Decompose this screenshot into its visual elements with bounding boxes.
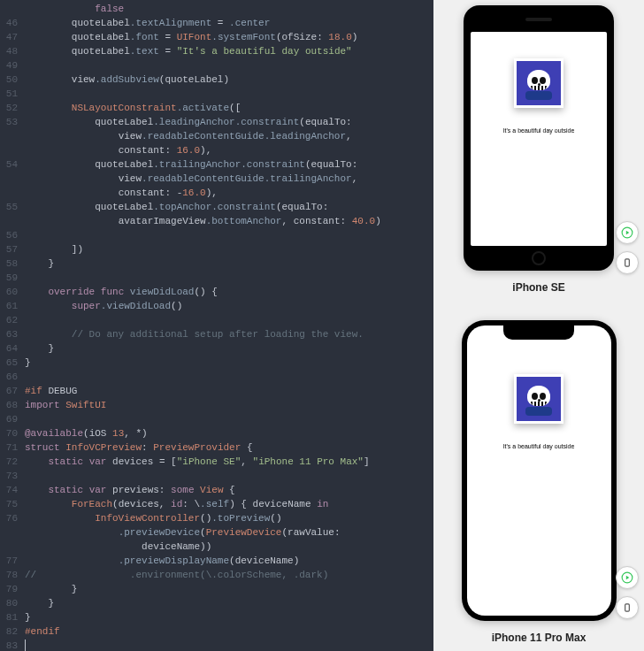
code-line[interactable]: 48 quoteLabel.text = "It's a beautiful d… [0,44,433,58]
code-line[interactable]: 52 NSLayoutConstraint.activate([ [0,101,433,115]
code-text[interactable]: // .environment(\.colorScheme, .dark) [25,568,433,582]
code-line[interactable]: 63 // Do any additional setup after load… [0,327,433,341]
code-text[interactable]: static var devices = ["iPhone SE", "iPho… [25,455,433,469]
code-text[interactable]: quoteLabel.trailingAnchor.constraint(equ… [25,157,433,172]
code-line[interactable]: 55 quoteLabel.topAnchor.constraint(equal… [0,200,433,214]
code-line[interactable]: 71struct InfoVCPreview: PreviewProvider … [0,440,433,455]
code-text[interactable]: quoteLabel.textAlignment = .center [25,16,433,30]
code-text[interactable] [25,228,433,242]
line-number: 76 [0,511,25,525]
code-line[interactable]: 49 [0,58,433,73]
code-text[interactable]: view.readableContentGuide.leadingAnchor, [25,129,433,143]
code-line[interactable]: 61 super.viewDidLoad() [0,299,433,313]
code-line[interactable]: 74 static var previews: some View { [0,483,433,497]
code-line[interactable]: 57 ]) [0,242,433,257]
code-text[interactable]: .previewDisplayName(deviceName) [25,554,433,568]
code-line[interactable]: 47 quoteLabel.font = UIFont.systemFont(o… [0,30,433,44]
code-line[interactable]: view.readableContentGuide.leadingAnchor, [0,129,433,143]
code-text[interactable]: avatarImageView.bottomAnchor, constant: … [25,214,433,228]
code-line[interactable]: 65} [0,356,433,370]
code-text[interactable]: import SwiftUI [25,398,433,412]
code-line[interactable]: 69 [0,412,433,426]
code-text[interactable]: view.addSubview(quoteLabel) [25,73,433,87]
code-line[interactable]: 67#if DEBUG [0,384,433,398]
code-line[interactable]: deviceName)) [0,540,433,554]
code-line[interactable]: 60 override func viewDidLoad() { [0,285,433,299]
code-text[interactable] [25,370,433,384]
code-text[interactable]: quoteLabel.topAnchor.constraint(equalTo: [25,200,433,214]
code-text[interactable]: super.viewDidLoad() [25,299,433,313]
code-line[interactable]: 77 .previewDisplayName(deviceName) [0,554,433,568]
code-text[interactable]: #if DEBUG [25,384,433,398]
code-line[interactable]: 58 } [0,257,433,271]
code-text[interactable]: } [25,582,433,596]
code-text[interactable]: struct InfoVCPreview: PreviewProvider { [25,440,433,455]
sans-skull-icon [525,386,552,412]
code-text[interactable]: quoteLabel.text = "It's a beautiful day … [25,44,433,58]
code-line[interactable]: 81} [0,610,433,624]
code-line[interactable]: 82#endif [0,624,433,639]
play-button[interactable] [616,566,639,589]
code-line[interactable]: 79 } [0,582,433,596]
code-text[interactable] [25,639,433,651]
code-line[interactable]: false [0,2,433,16]
code-line[interactable]: 83 [0,639,433,651]
code-text[interactable]: override func viewDidLoad() { [25,285,433,299]
code-line[interactable]: 64 } [0,341,433,356]
code-text[interactable]: quoteLabel.leadingAnchor.constraint(equa… [25,115,433,129]
code-line[interactable]: avatarImageView.bottomAnchor, constant: … [0,214,433,228]
code-text[interactable]: } [25,356,433,370]
code-text[interactable]: InfoViewController().toPreview() [25,511,433,525]
code-text[interactable]: constant: -16.0), [25,186,433,200]
code-text[interactable]: } [25,596,433,610]
code-line[interactable]: 56 [0,228,433,242]
code-text[interactable]: deviceName)) [25,540,433,554]
code-text[interactable]: view.readableContentGuide.trailingAnchor… [25,172,433,186]
code-line[interactable]: constant: -16.0), [0,186,433,200]
code-text[interactable] [25,313,433,327]
code-line[interactable]: 59 [0,271,433,285]
code-line[interactable]: view.readableContentGuide.trailingAnchor… [0,172,433,186]
code-text[interactable]: quoteLabel.font = UIFont.systemFont(ofSi… [25,30,433,44]
code-line[interactable]: 54 quoteLabel.trailingAnchor.constraint(… [0,157,433,172]
code-text[interactable]: ForEach(devices, id: \.self) { deviceNam… [25,497,433,511]
code-text[interactable]: #endif [25,624,433,639]
play-button[interactable] [616,221,639,244]
code-text[interactable]: } [25,341,433,356]
code-text[interactable]: } [25,257,433,271]
code-text[interactable]: static var previews: some View { [25,483,433,497]
code-text[interactable]: } [25,610,433,624]
code-line[interactable]: 73 [0,469,433,483]
code-line[interactable]: 75 ForEach(devices, id: \.self) { device… [0,497,433,511]
code-text[interactable]: .previewDevice(PreviewDevice(rawValue: [25,525,433,540]
code-line[interactable]: 70@available(iOS 13, *) [0,426,433,440]
code-text[interactable]: ]) [25,242,433,257]
code-line[interactable]: 78// .environment(\.colorScheme, .dark) [0,568,433,582]
code-line[interactable]: 50 view.addSubview(quoteLabel) [0,73,433,87]
text-caret [25,640,26,651]
code-line[interactable]: 68import SwiftUI [0,398,433,412]
code-line[interactable]: 46 quoteLabel.textAlignment = .center [0,16,433,30]
code-line[interactable]: 53 quoteLabel.leadingAnchor.constraint(e… [0,115,433,129]
code-line[interactable]: .previewDevice(PreviewDevice(rawValue: [0,525,433,540]
code-line[interactable]: 72 static var devices = ["iPhone SE", "i… [0,455,433,469]
code-line[interactable]: 51 [0,87,433,101]
code-line[interactable]: 62 [0,313,433,327]
code-text[interactable] [25,58,433,73]
code-text[interactable]: constant: 16.0), [25,143,433,157]
code-text[interactable]: @available(iOS 13, *) [25,426,433,440]
code-line[interactable]: 66 [0,370,433,384]
code-text[interactable]: // Do any additional setup after loading… [25,327,433,341]
code-text[interactable] [25,412,433,426]
code-editor[interactable]: false46 quoteLabel.textAlignment = .cent… [0,0,433,651]
code-line[interactable]: 76 InfoViewController().toPreview() [0,511,433,525]
code-line[interactable]: 80 } [0,596,433,610]
code-text[interactable]: NSLayoutConstraint.activate([ [25,101,433,115]
code-text[interactable] [25,469,433,483]
device-settings-button[interactable] [616,596,639,619]
code-text[interactable] [25,271,433,285]
code-text[interactable]: false [25,2,433,16]
device-settings-button[interactable] [616,251,639,274]
code-line[interactable]: constant: 16.0), [0,143,433,157]
code-text[interactable] [25,87,433,101]
